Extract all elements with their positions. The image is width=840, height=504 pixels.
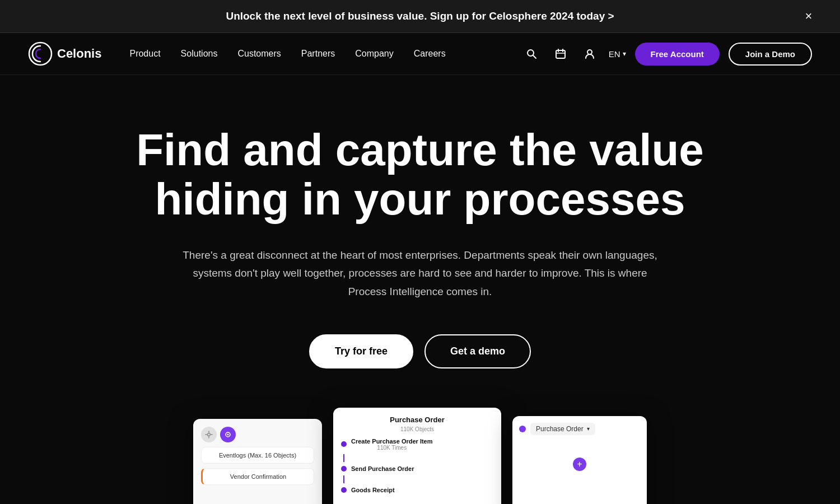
svg-rect-3 [556, 50, 565, 58]
nav-item-solutions[interactable]: Solutions [181, 49, 218, 59]
banner-text[interactable]: Unlock the next level of business value.… [226, 10, 614, 22]
preview-card-center: Purchase Order 110K Objects Create Purch… [333, 408, 501, 504]
dashboard-preview: Eventlogs (Max. 16 Objects) Vendor Confi… [56, 408, 784, 504]
celonis-wordmark: Celonis [57, 46, 101, 61]
flow-connector-2 [343, 475, 344, 483]
flow-step-1-sub: 110K Times [351, 445, 433, 451]
get-demo-button[interactable]: Get a demo [424, 334, 531, 368]
flow-step-3-text: Goods Receipt [351, 487, 395, 493]
lang-label: EN [609, 49, 620, 59]
settings-icon [205, 431, 213, 438]
dropdown-chevron-icon: ▾ [587, 426, 590, 432]
banner-close-button[interactable]: × [800, 7, 818, 25]
nav-item-customers[interactable]: Customers [237, 49, 281, 59]
purchase-order-title: Purchase Order [341, 416, 493, 424]
svg-line-2 [533, 55, 536, 58]
hero-subtitle: There's a great disconnect at the heart … [174, 246, 666, 301]
hero-title: Find and capture the value hiding in you… [112, 125, 728, 224]
user-icon [584, 48, 595, 59]
search-button[interactable] [521, 44, 542, 64]
nav-item-careers[interactable]: Careers [414, 49, 446, 59]
flow-step-2: Send Purchase Order [341, 465, 493, 472]
search-icon [526, 48, 537, 59]
svg-point-8 [208, 433, 211, 436]
flow-step-2-text: Send Purchase Order [351, 465, 414, 472]
hero-buttons: Try for free Get a demo [56, 334, 784, 368]
free-account-button[interactable]: Free Account [635, 43, 720, 66]
celonis-logo-icon [28, 41, 53, 66]
purchase-order-sub: 110K Objects [341, 426, 493, 432]
purple-icon-circle [220, 427, 236, 442]
announcement-banner: Unlock the next level of business value.… [0, 0, 840, 33]
flow-dot-2 [341, 466, 347, 472]
card-icons-row [201, 427, 314, 442]
card-right-header: Purchase Order ▾ [519, 423, 640, 435]
flow-connector [343, 454, 344, 462]
try-free-button[interactable]: Try for free [309, 334, 413, 368]
preview-card-right: Purchase Order ▾ + [512, 416, 647, 504]
preview-card-left: Eventlogs (Max. 16 Objects) Vendor Confi… [193, 419, 322, 504]
flow-dot-1 [341, 441, 347, 447]
nav-links: Product Solutions Customers Partners Com… [129, 49, 521, 59]
navigation: Celonis Product Solutions Customers Part… [0, 33, 840, 75]
calendar-button[interactable] [550, 44, 571, 64]
flow-step-1: Create Purchase Order Item 110K Times [341, 438, 493, 451]
logo[interactable]: Celonis [28, 41, 101, 66]
flow-step-1-label: Create Purchase Order Item 110K Times [351, 438, 433, 451]
vendor-confirmation-item: Vendor Confirmation [201, 468, 314, 485]
svg-point-7 [587, 50, 592, 54]
flow-step-3: Goods Receipt [341, 487, 493, 493]
svg-point-10 [227, 433, 229, 435]
flow-step-1-text: Create Purchase Order Item [351, 438, 433, 445]
hero-section: Find and capture the value hiding in you… [0, 75, 840, 504]
dropdown-label: Purchase Order [536, 425, 584, 433]
nav-item-product[interactable]: Product [129, 49, 160, 59]
process-icon [224, 431, 232, 438]
language-selector[interactable]: EN ▾ [609, 49, 626, 59]
nav-item-partners[interactable]: Partners [301, 49, 335, 59]
add-button[interactable]: + [573, 458, 586, 471]
purchase-order-dropdown[interactable]: Purchase Order ▾ [530, 423, 595, 435]
flow-dot-3 [341, 487, 347, 493]
chevron-down-icon: ▾ [623, 50, 626, 58]
nav-actions: EN ▾ Free Account Join a Demo [521, 43, 812, 66]
join-demo-button[interactable]: Join a Demo [729, 43, 812, 66]
settings-icon-circle [201, 427, 217, 442]
purple-dot [519, 426, 526, 432]
eventlogs-item: Eventlogs (Max. 16 Objects) [201, 447, 314, 464]
flow-line: Create Purchase Order Item 110K Times Se… [341, 438, 493, 493]
nav-item-company[interactable]: Company [355, 49, 393, 59]
calendar-icon [555, 48, 566, 59]
user-button[interactable] [580, 44, 600, 64]
